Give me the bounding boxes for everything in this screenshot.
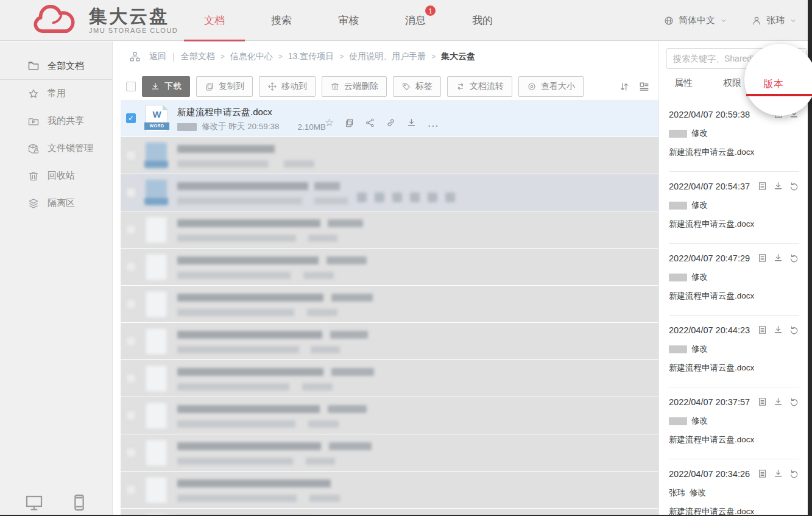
chevron-down-icon <box>789 16 797 25</box>
version-detail-icon[interactable] <box>757 181 768 191</box>
client-downloads <box>24 493 89 512</box>
tab-properties[interactable]: 属性 <box>659 69 708 97</box>
sidebar-item-my-shares[interactable]: 我的共享 <box>0 107 112 135</box>
file-row-blurred[interactable] <box>121 323 658 359</box>
flow-icon <box>456 82 465 91</box>
version-download-icon[interactable] <box>773 397 783 407</box>
version-download-icon[interactable] <box>773 468 783 479</box>
tag-button[interactable]: 标签 <box>393 76 441 97</box>
version-detail-icon[interactable] <box>757 397 768 407</box>
file-row-blurred[interactable] <box>121 397 658 434</box>
file-row-blurred[interactable] <box>121 434 658 471</box>
sidebar: 全部文档 常用 我的共享 文件锁管理 回收站 隔离区 <box>0 41 113 516</box>
language-selector[interactable]: 简体中文 <box>663 15 728 26</box>
blurred-username <box>669 130 687 138</box>
header: 集大云盘 JMU STORAGE CLOUD 文档 搜索 审核 消息 1 我的 … <box>0 0 812 41</box>
version-entry: 2022/04/07 20:44:23 修改 新建流程申请云盘.docx <box>659 316 812 387</box>
row-checkbox[interactable]: ✓ <box>126 113 136 123</box>
file-row-selected[interactable]: ✓ W WORD 新建流程申请云盘.docx 修改于 昨天 20:59:38 2… <box>121 100 658 136</box>
desktop-client-icon[interactable] <box>24 493 44 512</box>
nav-tab-search[interactable]: 搜索 <box>251 0 312 41</box>
version-restore-icon[interactable] <box>789 397 799 407</box>
file-row-blurred[interactable] <box>121 360 658 397</box>
version-restore-icon[interactable] <box>789 325 799 335</box>
file-row-blurred[interactable] <box>121 174 658 211</box>
blurred-username <box>177 123 197 131</box>
download-icon[interactable] <box>406 118 417 128</box>
back-button[interactable]: 返回 <box>149 51 166 62</box>
copy-to-button[interactable]: 复制到 <box>196 76 253 97</box>
more-actions-icon[interactable]: … <box>427 118 440 128</box>
view-size-icon <box>527 82 537 91</box>
version-date: 2022/04/07 20:34:26 <box>669 469 750 479</box>
select-all-checkbox[interactable] <box>126 82 136 91</box>
version-entry: 2022/04/07 20:47:29 修改 新建流程申请云盘.docx <box>659 244 812 316</box>
breadcrumb: 返回 | 全部文档 > 信息化中心 > 13.宣传项目 > 使用说明、用户手册 … <box>113 41 658 72</box>
main-content: 返回 | 全部文档 > 信息化中心 > 13.宣传项目 > 使用说明、用户手册 … <box>113 41 658 516</box>
nav-tab-review[interactable]: 审核 <box>318 0 379 41</box>
view-size-button[interactable]: 查看大小 <box>518 76 584 97</box>
sort-icon[interactable] <box>618 81 630 93</box>
versions-tab-underline <box>746 94 812 96</box>
file-actions: ☆ … <box>325 118 440 128</box>
tag-icon <box>401 82 411 91</box>
tab-versions-label[interactable]: 版本 <box>763 78 784 91</box>
trash-icon <box>27 170 40 182</box>
version-date: 2022/04/07 20:54:37 <box>669 182 750 191</box>
sidebar-item-favorites[interactable]: 常用 <box>0 80 112 107</box>
version-download-icon[interactable] <box>773 325 783 335</box>
user-menu[interactable]: 张玮 <box>751 15 797 26</box>
sidebar-item-all-documents[interactable]: 全部文档 <box>0 52 112 80</box>
version-detail-icon[interactable] <box>757 325 768 335</box>
view-mode-icon[interactable] <box>638 81 650 93</box>
sidebar-item-recycle-bin[interactable]: 回收站 <box>0 162 112 189</box>
version-entry: 2022/04/07 20:37:57 修改 新建流程申请云盘.docx <box>659 387 812 459</box>
move-to-button[interactable]: 移动到 <box>259 76 316 97</box>
copy-icon <box>205 82 214 91</box>
nav-tab-messages[interactable]: 消息 1 <box>385 0 446 41</box>
org-structure-icon[interactable] <box>129 51 141 63</box>
layers-icon <box>27 197 40 210</box>
mobile-client-icon[interactable] <box>69 493 89 512</box>
file-name[interactable]: 新建流程申请云盘.docx <box>177 107 272 118</box>
person-icon <box>751 15 762 26</box>
file-row-blurred[interactable] <box>121 211 658 248</box>
breadcrumb-item[interactable]: 信息化中心 <box>230 51 273 62</box>
move-icon <box>267 82 277 91</box>
file-row-blurred[interactable] <box>121 286 658 322</box>
version-download-icon[interactable] <box>773 253 783 263</box>
breadcrumb-item[interactable]: 13.宣传项目 <box>288 51 334 62</box>
download-button[interactable]: 下载 <box>142 76 190 97</box>
version-detail-icon[interactable] <box>757 253 768 263</box>
chevron-down-icon <box>719 16 728 25</box>
breadcrumb-item[interactable]: 全部文档 <box>181 51 215 62</box>
link-icon[interactable] <box>386 118 396 128</box>
breadcrumb-current: 集大云盘 <box>441 51 475 62</box>
globe-icon <box>663 15 674 26</box>
version-date: 2022/04/07 20:59:38 <box>669 110 750 119</box>
file-row-blurred[interactable] <box>121 137 658 174</box>
document-flow-button[interactable]: 文档流转 <box>447 76 512 97</box>
file-row-blurred[interactable] <box>121 472 658 508</box>
file-size: 2.10MB <box>298 122 327 132</box>
sidebar-item-quarantine[interactable]: 隔离区 <box>0 189 112 217</box>
file-row-blurred[interactable] <box>121 249 658 285</box>
version-download-icon[interactable] <box>773 181 783 191</box>
toolbar: 下载 复制到 移动到 云端删除 标签 文档流转 <box>113 72 658 101</box>
version-detail-icon[interactable] <box>757 468 768 479</box>
favorite-icon[interactable]: ☆ <box>325 118 334 128</box>
cloud-delete-button[interactable]: 云端删除 <box>322 76 387 97</box>
message-count-badge: 1 <box>425 5 436 16</box>
sidebar-item-file-lock[interactable]: 文件锁管理 <box>0 135 112 162</box>
breadcrumb-item[interactable]: 使用说明、用户手册 <box>349 51 426 62</box>
version-entry: 2022/04/07 20:54:37 修改 新建流程申请云盘.docx <box>659 172 812 244</box>
version-restore-icon[interactable] <box>789 253 799 263</box>
version-filename: 新建流程申请云盘.docx <box>669 362 754 373</box>
version-restore-icon[interactable] <box>789 468 799 479</box>
version-restore-icon[interactable] <box>789 181 799 191</box>
share-icon[interactable] <box>365 118 375 128</box>
nav-tab-documents[interactable]: 文档 <box>184 0 245 41</box>
nav-tab-mine[interactable]: 我的 <box>452 0 513 41</box>
copy-icon[interactable] <box>344 118 355 128</box>
file-lock-icon <box>27 143 40 155</box>
